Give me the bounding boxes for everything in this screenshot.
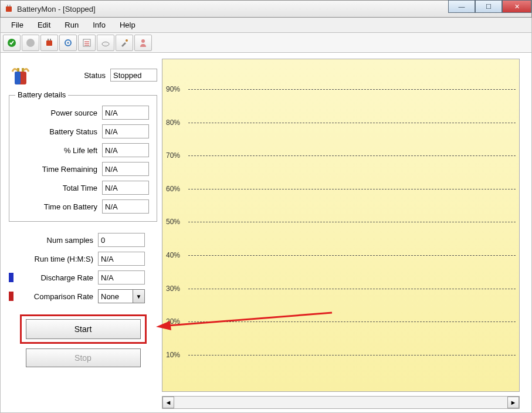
minimize-button[interactable]: — (448, 0, 475, 13)
person-icon[interactable] (134, 35, 152, 51)
ytick-90: 90% (166, 85, 180, 93)
total-time-value: N/A (102, 181, 149, 195)
svg-rect-2 (9, 5, 11, 6)
scroll-left-icon[interactable]: ◄ (162, 397, 174, 408)
app-icon (4, 4, 13, 13)
menu-run[interactable]: Run (57, 19, 86, 31)
svg-rect-5 (46, 40, 52, 46)
menu-bar: File Edit Run Info Help (0, 18, 532, 33)
battery-large-icon (9, 63, 32, 87)
window-title: BatteryMon - [Stopped] (17, 5, 96, 13)
run-time-label: Run time (H:M:S) (9, 255, 98, 263)
client-area: Status Stopped Battery details Power sou… (0, 53, 532, 413)
window-titlebar: BatteryMon - [Stopped] — ☐ ✕ (0, 0, 532, 18)
start-button[interactable]: Start (26, 319, 141, 339)
config-icon[interactable] (59, 35, 77, 51)
svg-rect-15 (15, 72, 21, 84)
scroll-right-icon[interactable]: ► (507, 397, 519, 408)
svg-point-11 (102, 42, 109, 46)
svg-point-13 (141, 39, 145, 43)
battery-status-value: N/A (102, 124, 149, 138)
ytick-10: 10% (166, 351, 180, 359)
stop-icon[interactable] (22, 35, 39, 51)
ytick-30: 30% (166, 285, 180, 293)
comparison-color-marker (9, 292, 13, 301)
ytick-70: 70% (166, 151, 180, 160)
comparison-rate-label: Comparison Rate (15, 292, 98, 301)
life-left-value: N/A (102, 143, 149, 157)
svg-point-4 (26, 39, 35, 47)
status-value: Stopped (110, 69, 157, 82)
time-remaining-value: N/A (102, 162, 149, 176)
battery-status-label: Battery Status (13, 127, 102, 136)
toolbar (0, 33, 532, 53)
menu-info[interactable]: Info (86, 19, 113, 31)
maximize-button[interactable]: ☐ (475, 0, 502, 13)
chart-horizontal-scrollbar[interactable]: ◄ ► (162, 396, 520, 409)
menu-help[interactable]: Help (113, 19, 143, 31)
comparison-rate-value: None (101, 292, 119, 301)
discharge-rate-label: Discharge Rate (15, 273, 98, 282)
menu-file[interactable]: File (4, 19, 31, 31)
left-panel: Status Stopped Battery details Power sou… (1, 53, 162, 412)
total-time-label: Total Time (13, 184, 102, 192)
time-on-battery-value: N/A (102, 199, 149, 214)
time-on-battery-label: Time on Battery (13, 202, 102, 211)
chevron-down-icon: ▼ (133, 290, 144, 303)
svg-rect-7 (50, 39, 51, 40)
ytick-20: 20% (166, 317, 180, 326)
battery-details-title: Battery details (15, 90, 68, 99)
checklist-icon[interactable] (78, 35, 96, 51)
stop-button[interactable]: Stop (26, 348, 141, 367)
start-highlight-box: Start (20, 314, 147, 344)
menu-edit[interactable]: Edit (31, 19, 57, 31)
discharge-color-marker (9, 273, 13, 282)
run-time-value: N/A (98, 252, 145, 266)
svg-point-12 (126, 39, 128, 42)
cloud-icon[interactable] (97, 35, 114, 51)
time-remaining-label: Time Remaining (13, 165, 102, 174)
life-left-label: % Life left (13, 146, 102, 155)
chart-panel: 90% 80% 70% 60% 50% 40% 30% 20% 10% ◄ ► (162, 53, 531, 412)
num-samples-label: Num samples (9, 236, 98, 245)
battery-icon[interactable] (40, 35, 58, 51)
close-button[interactable]: ✕ (502, 0, 531, 13)
ytick-80: 80% (166, 119, 180, 127)
status-label: Status (36, 71, 110, 80)
tool-icon[interactable] (116, 35, 133, 51)
battery-details-group: Battery details Power sourceN/A Battery … (9, 95, 157, 222)
num-samples-value: 0 (98, 233, 145, 247)
ytick-50: 50% (166, 218, 180, 226)
comparison-rate-select[interactable]: None ▼ (98, 289, 145, 303)
ytick-60: 60% (166, 185, 180, 193)
start-icon[interactable] (3, 35, 21, 51)
svg-rect-6 (48, 39, 49, 40)
svg-rect-1 (7, 5, 8, 6)
discharge-rate-value: N/A (98, 270, 145, 285)
svg-rect-0 (6, 6, 12, 12)
power-source-value: N/A (102, 106, 149, 120)
chart-area: 90% 80% 70% 60% 50% 40% 30% 20% 10% (162, 59, 520, 392)
ytick-40: 40% (166, 251, 180, 259)
power-source-label: Power source (13, 109, 102, 117)
svg-point-9 (67, 42, 69, 43)
